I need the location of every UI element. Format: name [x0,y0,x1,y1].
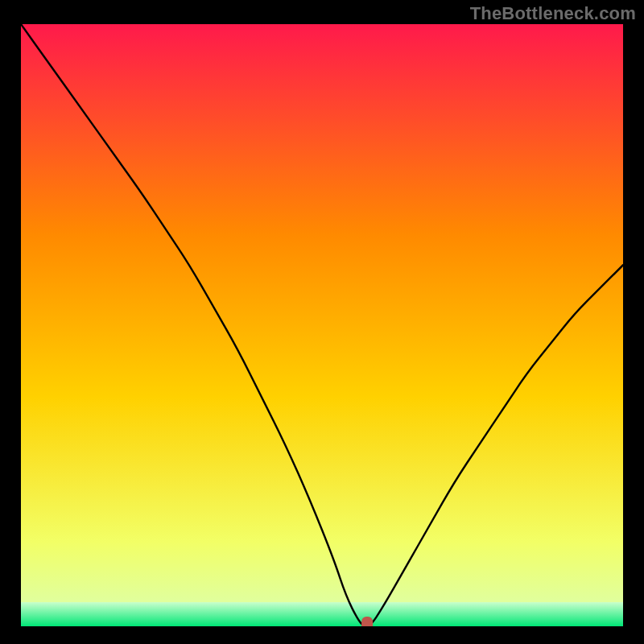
chart-frame: TheBottleneck.com [0,0,644,644]
bottleneck-chart [21,24,623,626]
plot-background [21,24,623,626]
watermark-text: TheBottleneck.com [470,3,636,24]
valley-marker [361,617,373,626]
bottom-green-band [21,602,623,626]
